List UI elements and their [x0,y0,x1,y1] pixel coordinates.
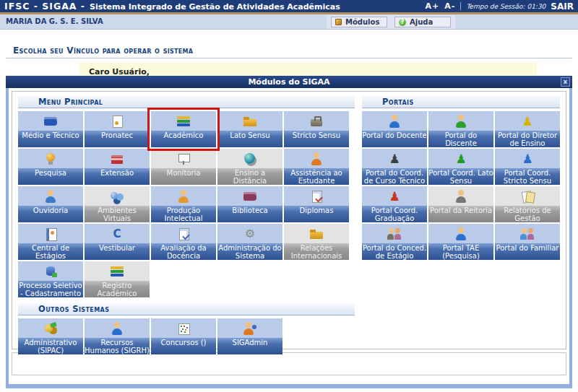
module-button-portal-do-diretor-de-ensino[interactable]: ♟Portal do Diretor de Ensino [495,111,560,147]
module-button-label: Processo Seletivo - Cadastramento [18,281,83,297]
module-button-label: Avaliação da Docência [151,243,216,260]
module-button-academico[interactable]: Acadêmico [151,111,216,147]
module-icon-area [217,186,282,206]
module-button-central-de-estagios[interactable]: Central de Estágios [18,224,83,260]
module-button-label: Portal do Diretor de Ensino [495,131,560,147]
module-icon-area [151,149,216,168]
module-button-sigadmin[interactable]: SIGAdmin [217,318,282,354]
pawn-icon: ♟ [387,152,402,166]
module-icon-area [495,224,560,243]
modal-title: Módulos do SIGAA [248,77,329,87]
module-icon-area [18,224,83,243]
module-button-producao-intelectual[interactable]: Produção Intelectual [151,186,216,222]
module-icon-area: ♟ [362,149,427,168]
module-button-label: Médio e Técnico [18,131,83,147]
module-button-label: Administrativo (SIPAC) [18,338,83,354]
certificate-icon [110,114,124,129]
module-button-portal-tae-pesquisa[interactable]: Portal TAE (Pesquisa) [428,224,493,260]
module-icon-area [217,318,282,338]
modules-button[interactable]: Módulos [331,17,387,27]
module-button-label: Portal TAE (Pesquisa) [428,243,493,260]
font-increase-button[interactable]: A+ [426,1,440,11]
section-header-outros-sistemas: Outros Sistemas [18,303,355,315]
module-button-portal-do-conced-de-estagio[interactable]: Portal do Conced. de Estágio [362,224,427,260]
module-button-label: Relações Internacionais [284,243,349,260]
module-button-label: Biblioteca [217,206,282,222]
module-button-label: Lato Sensu [217,131,282,147]
help-button[interactable]: ? Ajuda [394,17,451,27]
module-icon-area [85,111,150,131]
module-button-ambientes-virtuais: Ambientes Virtuais [85,186,150,222]
close-icon[interactable]: x [561,77,570,87]
module-icon-area [284,111,349,131]
module-button-label: SIGAdmin [217,338,282,354]
module-button-label: Monitoria [151,168,216,185]
module-button-administracao-do-sistema[interactable]: ⚙Administração do Sistema [217,224,282,260]
people-icon [520,227,535,241]
module-button-recursos-humanos-sigrh[interactable]: Recursos Humanos (SIGRH) [85,318,150,354]
help-icon: ? [399,19,406,26]
pawn-icon: ♟ [520,114,535,129]
divider [460,2,461,10]
module-button-lato-sensu[interactable]: Lato Sensu [217,111,282,147]
doc-check-icon [309,189,324,204]
module-button-label: Pronatec [85,131,150,147]
module-button-stricto-sensu[interactable]: Stricto Sensu [284,111,349,147]
module-button-medio-e-tecnico[interactable]: Médio e Técnico [18,111,83,147]
module-button-label: Concursos () [151,338,216,354]
module-button-label: Portal Coord. Stricto Sensu [495,168,560,185]
module-button-diplomas[interactable]: Diplomas [284,186,349,222]
module-button-biblioteca[interactable]: Biblioteca [217,186,282,222]
module-button-portal-coord-graduacao[interactable]: ♟Portal Coord. Graduação [362,186,427,222]
top-bar: IFSC - SIGAA - Sistema Integrado de Gest… [0,0,578,12]
logout-button[interactable]: SAIR [551,1,574,12]
module-button-avaliacao-da-docencia[interactable]: Avaliação da Docência [151,224,216,260]
module-button-concursos[interactable]: Concursos () [151,318,216,354]
coins-icon [43,321,58,336]
module-button-extensao[interactable]: Extensão [85,149,150,185]
module-icon-area [151,318,216,338]
gear-icon: ⚙ [243,227,257,241]
module-button-portal-coord-lato-sensu[interactable]: ♟Portal Coord. Lato Sensu [428,149,493,185]
user-name: MARIA DA G. S. E. SILVA [6,17,103,25]
module-icon-area [362,111,427,131]
book-icon [243,189,257,204]
module-button-processo-seletivo-cadastramento[interactable]: Processo Seletivo - Cadastramento [18,261,83,297]
folder-icon [243,114,257,129]
doc-check-icon [176,227,191,241]
module-button-portal-do-discente[interactable]: Portal do Discente [428,111,493,147]
font-decrease-button[interactable]: A- [444,1,455,11]
module-icon-area [428,111,493,131]
module-button-label: Portal Coord. Lato Sensu [428,168,493,185]
module-icon-area: ♟ [495,149,560,168]
module-icon-area: ♟ [495,111,560,131]
database-icon [43,264,58,279]
greeting-panel: Caro Usuário, [79,63,537,76]
person-pc-icon [243,321,257,336]
module-button-administrativo-sipac[interactable]: Administrativo (SIPAC) [18,318,83,354]
module-button-label: Administração do Sistema [217,243,282,260]
module-button-label: Produção Intelectual [151,206,216,222]
module-button-label: Portal do Coord. de Curso Técnico [362,168,427,185]
module-button-assistencia-ao-estudante[interactable]: Assistência ao Estudante [284,149,349,185]
module-icon-area: ⚙ [217,224,282,243]
module-button-label: Relatórios de Gestão [495,206,560,222]
module-button-portal-do-familiar[interactable]: Portal do Familiar [495,224,560,260]
modal-title-bar: Módulos do SIGAA x [6,76,572,88]
pawn-icon: ♟ [454,152,468,166]
section-header-portais: Portais [362,96,560,108]
pawn-icon: ♟ [387,189,402,204]
globes-icon [110,189,124,204]
module-icon-area [284,149,349,168]
module-button-portal-do-docente[interactable]: Portal do Docente [362,111,427,147]
module-button-label: Stricto Sensu [284,131,349,147]
module-button-pesquisa[interactable]: Pesquisa [18,149,83,185]
module-icon-area [284,224,349,243]
module-icon-area [85,149,150,168]
module-button-ouvidoria[interactable]: Ouvidoria [18,186,83,222]
module-button-portal-do-coord-de-curso-tecnico[interactable]: ♟Portal do Coord. de Curso Técnico [362,149,427,185]
module-button-ensino-a-distancia: Ensino a Distância [217,149,282,185]
module-button-vestibular[interactable]: CVestibular [85,224,150,260]
module-button-pronatec[interactable]: Pronatec [85,111,150,147]
module-button-portal-coord-stricto-sensu[interactable]: ♟Portal Coord. Stricto Sensu [495,149,560,185]
